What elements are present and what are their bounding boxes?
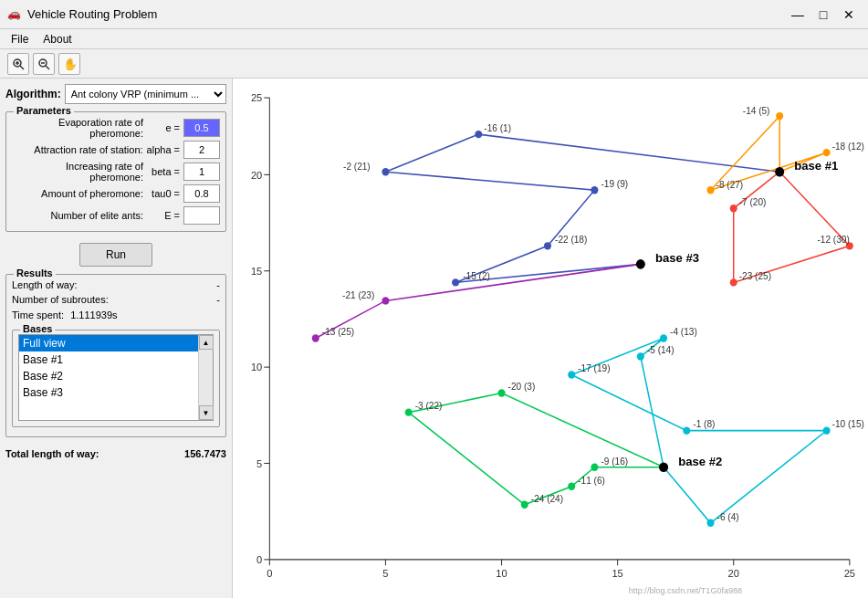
param-input-e[interactable] [183,119,220,137]
total-length-value: 156.7473 [184,448,226,459]
bases-item-fullview[interactable]: Full view [19,335,198,351]
node-n16 [475,131,482,138]
label-n12: -12 (30) [818,235,850,245]
node-n13 [312,334,319,341]
svg-text:10: 10 [251,362,262,372]
svg-text:✋: ✋ [63,58,76,70]
node-n17 [568,371,575,378]
node-n15 [452,278,459,286]
window-title: Vehicle Routing Problem [27,7,786,21]
result-subroutes-label: Number of subroutes: [12,294,109,305]
label-n21: -21 (23) [342,290,374,300]
svg-text:0: 0 [256,554,262,565]
result-subroutes: Number of subroutes: - [12,293,220,306]
bases-group: Bases Full view Base #1 Base #2 Base #3 … [12,330,220,427]
zoom-out-button[interactable] [33,53,55,75]
node-n1 [683,426,690,434]
graph-canvas[interactable]: 0 5 10 15 20 25 0 5 10 [233,79,868,598]
results-group: Results Length of way: - Number of subro… [5,274,226,437]
svg-text:5: 5 [256,457,262,468]
node-n4 [660,334,667,341]
bases-scrollbar: ▲ ▼ [198,335,213,420]
label-base2: base #2 [678,454,722,467]
title-bar: 🚗 Vehicle Routing Problem — □ ✕ [0,0,868,29]
label-n9: -9 (16) [601,456,628,466]
label-n20: -20 (3) [508,382,536,392]
label-n14: -14 (5) [743,106,770,116]
node-base3 [636,259,645,269]
label-n17: -17 (19) [578,363,610,373]
node-base1 [775,167,784,177]
label-n2: -2 (21) [343,162,371,172]
label-n7: -7 (20) [739,197,767,207]
scroll-down-button[interactable]: ▼ [199,405,214,420]
zoom-in-button[interactable] [7,53,29,75]
label-n19: -19 (9) [601,179,628,189]
menu-file[interactable]: File [4,31,36,47]
svg-rect-8 [233,79,868,598]
label-base3: base #3 [655,251,699,265]
bases-title: Bases [20,323,55,334]
result-time-value: 1.111939s [70,309,117,320]
param-row-beta: Increasing rate of pheromone: beta = [12,162,220,182]
node-base2 [659,462,668,472]
label-n8: -8 (27) [716,180,744,190]
label-n15: -15 (2) [463,271,490,281]
param-label-E: Number of elite ants: [12,210,147,221]
menu-bar: File About [0,29,868,49]
node-n5 [637,352,644,360]
result-time-row: Time spent: 1.111939s [12,308,220,322]
node-n22 [544,242,551,249]
param-input-E[interactable] [183,206,220,225]
algorithm-row: Algorithm: Ant colony VRP (minimum ... [5,84,226,104]
param-label-e: Evaporation rate of pheromone: [12,117,147,139]
param-name-e: e = [147,122,183,133]
bases-item-base1[interactable]: Base #1 [19,351,198,368]
node-n20 [498,389,506,396]
scroll-up-button[interactable]: ▲ [199,335,214,350]
param-input-alpha[interactable] [183,141,220,159]
label-n22: -22 (18) [555,235,587,245]
zoom-in-icon [12,58,25,70]
node-n21 [382,297,389,304]
node-n6 [706,519,714,527]
param-name-tau0: tau0 = [147,188,183,199]
svg-line-5 [46,66,49,69]
left-panel: Algorithm: Ant colony VRP (minimum ... P… [0,79,233,598]
param-row-alpha: Attraction rate of station: alpha = [12,140,220,160]
parameters-title: Parameters [14,105,74,116]
param-row-E: Number of elite ants: E = [12,205,220,226]
node-n23 [730,278,737,286]
param-name-beta: beta = [147,166,183,177]
label-n5: -5 (14) [647,345,675,355]
maximize-button[interactable]: □ [811,5,835,25]
result-length: Length of way: - [12,278,220,291]
run-button[interactable]: Run [79,243,152,267]
algorithm-select[interactable]: Ant colony VRP (minimum ... [65,84,226,104]
param-input-tau0[interactable] [183,184,220,203]
result-length-value: - [216,279,220,290]
node-n11 [568,483,575,490]
node-n19 [591,186,598,194]
bases-list: Full view Base #1 Base #2 Base #3 [19,335,198,420]
node-n24 [521,501,528,509]
bases-item-base2[interactable]: Base #2 [19,368,198,384]
results-title: Results [14,268,56,278]
node-n9 [591,463,598,470]
svg-text:25: 25 [844,568,855,579]
param-input-beta[interactable] [183,163,220,181]
param-row-e: Evaporation rate of pheromone: e = [12,118,220,138]
result-length-label: Length of way: [12,279,78,290]
result-time-label: Time spent: [12,309,64,320]
pan-icon: ✋ [63,58,76,70]
menu-about[interactable]: About [36,31,78,47]
close-button[interactable]: ✕ [837,5,861,25]
node-n18 [823,149,831,156]
minimize-button[interactable]: — [786,5,810,25]
pan-button[interactable]: ✋ [58,53,80,75]
bases-item-base3[interactable]: Base #3 [19,384,198,401]
label-n10: -10 (15) [832,419,864,429]
label-base1: base #1 [794,159,839,173]
node-n2 [382,168,389,175]
run-button-row: Run [5,243,226,267]
